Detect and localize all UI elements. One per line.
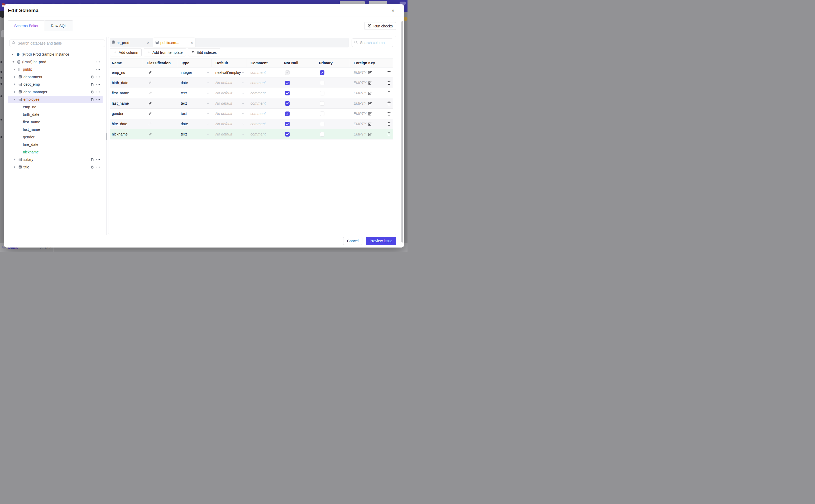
- tab-raw-sql[interactable]: Raw SQL: [45, 20, 73, 31]
- tree-column-nickname[interactable]: nickname: [8, 148, 103, 156]
- cancel-button[interactable]: Cancel: [343, 237, 362, 245]
- tree-item-Prod Sample Instance[interactable]: (Prod)Prod Sample Instance: [8, 51, 103, 58]
- caret-down-icon[interactable]: [11, 53, 14, 55]
- more-icon[interactable]: [96, 99, 100, 100]
- classification-pencil-icon[interactable]: [148, 71, 177, 74]
- edit-foreign-key-icon[interactable]: [368, 71, 372, 75]
- comment-input[interactable]: comment: [250, 132, 266, 136]
- column-name-cell[interactable]: nickname: [110, 129, 143, 139]
- tree-column-birth_date[interactable]: birth_date: [8, 111, 103, 118]
- caret-right-icon[interactable]: [13, 76, 16, 78]
- tab-schema-editor[interactable]: Schema Editor: [8, 20, 45, 31]
- classification-pencil-icon[interactable]: [148, 91, 177, 95]
- type-select[interactable]: text: [181, 112, 212, 116]
- primary-checkbox[interactable]: [320, 91, 324, 95]
- tree-column-emp_no[interactable]: emp_no: [8, 103, 103, 111]
- more-icon[interactable]: [96, 167, 100, 168]
- not-null-checkbox[interactable]: [285, 122, 289, 126]
- caret-down-icon[interactable]: [12, 61, 15, 63]
- run-checks-button[interactable]: Run checks: [364, 22, 396, 30]
- caret-right-icon[interactable]: [13, 91, 16, 93]
- delete-column-icon[interactable]: [387, 71, 393, 75]
- column-name-cell[interactable]: hire_date: [110, 119, 143, 129]
- default-select[interactable]: No default: [215, 91, 247, 95]
- delete-column-icon[interactable]: [387, 132, 393, 136]
- tree-column-last_name[interactable]: last_name: [8, 126, 103, 133]
- primary-checkbox[interactable]: [320, 70, 324, 75]
- preview-issue-button[interactable]: Preview issue: [366, 237, 396, 245]
- more-icon[interactable]: [96, 61, 100, 62]
- delete-column-icon[interactable]: [387, 101, 393, 105]
- copy-icon[interactable]: [90, 165, 94, 169]
- comment-input[interactable]: comment: [250, 91, 266, 95]
- default-select[interactable]: No default: [215, 81, 247, 85]
- copy-icon[interactable]: [90, 83, 94, 86]
- default-select[interactable]: No default: [215, 132, 247, 136]
- type-select[interactable]: date: [181, 81, 212, 85]
- modal-scrollbar[interactable]: [401, 21, 403, 243]
- copy-icon[interactable]: [90, 90, 94, 94]
- caret-right-icon[interactable]: [13, 166, 16, 168]
- classification-pencil-icon[interactable]: [148, 101, 177, 105]
- tree-column-first_name[interactable]: first_name: [8, 118, 103, 126]
- type-select[interactable]: text: [181, 91, 212, 95]
- classification-pencil-icon[interactable]: [148, 122, 177, 126]
- copy-icon[interactable]: [90, 158, 94, 161]
- more-icon[interactable]: [96, 159, 100, 160]
- edit-foreign-key-icon[interactable]: [368, 122, 372, 126]
- tree-column-gender[interactable]: gender: [8, 133, 103, 141]
- not-null-checkbox[interactable]: [285, 132, 289, 137]
- more-icon[interactable]: [96, 84, 100, 85]
- primary-checkbox[interactable]: [320, 132, 324, 137]
- default-select[interactable]: nextval('employ: [215, 70, 247, 75]
- add-from-template-button[interactable]: Add from template: [144, 48, 186, 56]
- more-icon[interactable]: [96, 69, 100, 70]
- sidebar-resize-handle[interactable]: [106, 133, 107, 140]
- tree-item-dept_manager[interactable]: dept_manager: [8, 88, 103, 96]
- delete-column-icon[interactable]: [387, 122, 393, 126]
- comment-input[interactable]: comment: [250, 112, 266, 116]
- caret-right-icon[interactable]: [13, 83, 16, 85]
- column-name-cell[interactable]: last_name: [110, 98, 143, 109]
- column-name-cell[interactable]: birth_date: [110, 78, 143, 88]
- caret-right-icon[interactable]: [13, 158, 16, 161]
- comment-input[interactable]: comment: [250, 101, 266, 105]
- delete-column-icon[interactable]: [387, 112, 393, 116]
- primary-checkbox[interactable]: [320, 112, 324, 116]
- edit-foreign-key-icon[interactable]: [368, 81, 372, 85]
- column-search-input[interactable]: [359, 40, 408, 45]
- not-null-checkbox[interactable]: [285, 112, 289, 116]
- type-select[interactable]: text: [181, 132, 212, 136]
- tree-column-hire_date[interactable]: hire_date: [8, 141, 103, 148]
- type-select[interactable]: integer: [181, 70, 212, 75]
- type-select[interactable]: text: [181, 101, 212, 105]
- comment-input[interactable]: comment: [250, 81, 266, 85]
- column-name-cell[interactable]: gender: [110, 109, 143, 119]
- copy-icon[interactable]: [90, 75, 94, 79]
- default-select[interactable]: No default: [215, 101, 247, 105]
- more-icon[interactable]: [96, 76, 100, 77]
- tree-item-department[interactable]: department: [8, 73, 103, 81]
- close-button[interactable]: ×: [391, 8, 394, 13]
- comment-input[interactable]: comment: [250, 70, 266, 75]
- edit-foreign-key-icon[interactable]: [368, 132, 372, 136]
- delete-column-icon[interactable]: [387, 81, 393, 85]
- default-select[interactable]: No default: [215, 112, 247, 116]
- close-tab-icon[interactable]: ×: [147, 40, 149, 45]
- edit-foreign-key-icon[interactable]: [368, 91, 372, 95]
- doc-tab-hr-prod[interactable]: hr_prod ×: [110, 38, 152, 47]
- doc-tab-public-employee[interactable]: public.em... ×: [153, 38, 195, 47]
- tree-item-hr_prod[interactable]: (Prod)hr_prod: [8, 58, 103, 66]
- edit-foreign-key-icon[interactable]: [368, 101, 372, 105]
- sidebar-search-input[interactable]: [17, 41, 102, 46]
- not-null-checkbox[interactable]: [285, 70, 289, 75]
- not-null-checkbox[interactable]: [285, 81, 289, 85]
- classification-pencil-icon[interactable]: [148, 81, 177, 85]
- delete-column-icon[interactable]: [387, 91, 393, 95]
- not-null-checkbox[interactable]: [285, 101, 289, 106]
- tree-item-dept_emp[interactable]: dept_emp: [8, 81, 103, 88]
- tree-item-employee[interactable]: employee: [8, 96, 103, 103]
- caret-down-icon[interactable]: [13, 68, 16, 70]
- primary-checkbox[interactable]: [320, 101, 324, 106]
- primary-checkbox[interactable]: [320, 122, 324, 126]
